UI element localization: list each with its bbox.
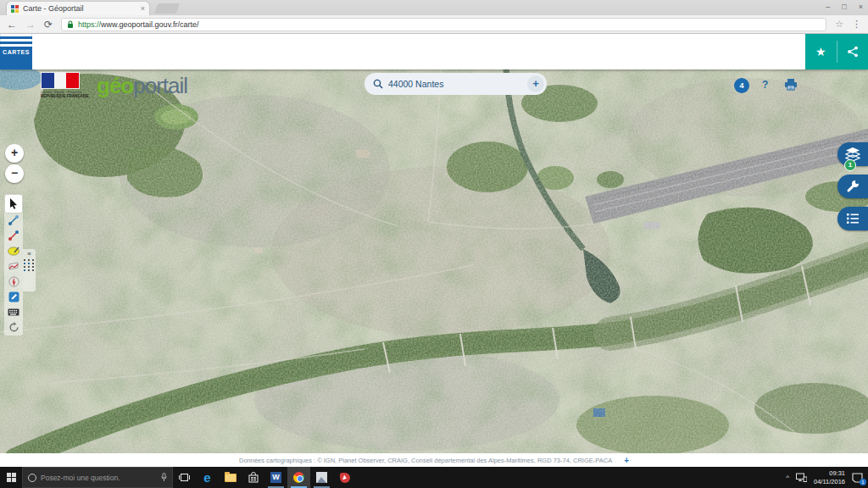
cartes-menu-button[interactable]: CARTES: [0, 34, 32, 69]
browser-tab-strip: Carte - Géoportail × – □ ×: [0, 0, 868, 15]
pencil-icon: [8, 291, 19, 302]
edge-icon: e: [203, 471, 210, 484]
zoom-out-button[interactable]: −: [5, 164, 24, 183]
area-tool-icon: [8, 246, 20, 256]
republique-francaise-logo: Liberté • Égalité • Fraternité RÉPUBLIQU…: [41, 72, 93, 98]
notifications-badge[interactable]: 4: [734, 78, 749, 93]
logo-portail: portail: [133, 73, 187, 98]
file-explorer-button[interactable]: [219, 467, 242, 488]
refresh-view-button[interactable]: [5, 319, 22, 335]
browser-toolbar: ← → ⟳ https://www.geoportail.gouv.fr/car…: [0, 15, 868, 34]
rotate-arrows-icon: [8, 322, 19, 333]
photos-icon: [316, 472, 327, 483]
add-search-button[interactable]: +: [527, 75, 544, 92]
photos-app-button[interactable]: [310, 467, 333, 488]
bookmark-star-icon[interactable]: ☆: [835, 19, 843, 30]
cortana-search-box[interactable]: Posez-moi une question.: [22, 467, 173, 488]
measure-azimuth-button[interactable]: [5, 228, 22, 243]
geoportail-logo[interactable]: géoportail: [97, 73, 187, 99]
profile-tool-icon: [8, 261, 19, 271]
taskbar-clock[interactable]: 09:31 04/11/2016: [814, 469, 845, 486]
task-view-icon: [179, 473, 190, 482]
header-actions: ★: [805, 34, 868, 69]
measure-area-button[interactable]: [5, 243, 22, 258]
satellite-imagery[interactable]: [0, 69, 868, 453]
store-bag-icon: [248, 472, 259, 483]
edge-button[interactable]: e: [196, 467, 219, 488]
cartes-label: CARTES: [0, 49, 32, 55]
compass-icon: [8, 276, 19, 287]
tray-expand-icon[interactable]: ^: [786, 474, 789, 481]
window-close-icon[interactable]: ×: [859, 3, 863, 11]
browser-menu-icon[interactable]: ⋮: [852, 19, 861, 30]
measure-distance-button[interactable]: [5, 213, 22, 228]
windows-store-button[interactable]: [242, 467, 264, 488]
task-view-button[interactable]: [173, 467, 196, 488]
compass-tool-button[interactable]: [5, 274, 22, 289]
https-lock-icon: [67, 20, 74, 29]
start-button[interactable]: [0, 467, 22, 488]
coordinates-tool-button[interactable]: [5, 304, 22, 319]
browser-tab[interactable]: Carte - Géoportail ×: [7, 2, 149, 15]
address-bar[interactable]: https://www.geoportail.gouv.fr/carte/: [61, 18, 826, 31]
logo-republic: RÉPUBLIQUE FRANÇAISE: [41, 94, 93, 98]
tab-title: Carte - Géoportail: [23, 4, 137, 13]
distance-tool-icon: [8, 214, 19, 226]
hamburger-icon: [0, 34, 32, 47]
active-layers-badge: 1: [844, 159, 856, 171]
remote-app-icon: [340, 473, 350, 483]
help-button[interactable]: ?: [762, 79, 768, 91]
chrome-icon: [293, 472, 304, 483]
expander-grid-icon: [23, 259, 36, 271]
zoom-in-button[interactable]: +: [5, 144, 24, 163]
wrench-icon: [846, 180, 860, 193]
cortana-placeholder: Posez-moi une question.: [41, 474, 157, 482]
toolbar-expander[interactable]: «: [23, 249, 36, 291]
geoportail-header: CARTES Liberté • Égalité • Fraternité RÉ…: [0, 34, 868, 69]
search-icon: [373, 79, 383, 89]
chrome-button[interactable]: [287, 467, 310, 488]
legend-list-button[interactable]: [837, 207, 868, 230]
remote-app-button[interactable]: [333, 467, 356, 488]
list-icon: [846, 213, 860, 225]
print-icon[interactable]: [784, 79, 798, 91]
forward-icon: →: [25, 19, 36, 30]
system-tray: ^ 09:31 04/11/2016 1: [786, 467, 868, 488]
reload-icon[interactable]: ⟳: [44, 19, 53, 30]
windows-logo-icon: [7, 473, 16, 482]
windows-taskbar: Posez-moi une question. e W: [0, 467, 868, 488]
microphone-icon[interactable]: [161, 473, 167, 482]
draw-annotate-button[interactable]: [5, 289, 22, 304]
attribution-expand-button[interactable]: +: [624, 456, 629, 465]
french-flag-icon: [41, 72, 80, 89]
share-button[interactable]: [837, 34, 868, 69]
search-bar[interactable]: +: [364, 73, 547, 95]
share-icon: [847, 46, 859, 58]
word-icon: W: [270, 472, 281, 483]
action-center-button[interactable]: 1: [852, 473, 863, 483]
attribution-text: Données cartographiques : © IGN, Planet …: [239, 457, 612, 464]
cortana-icon: [28, 474, 36, 482]
notification-count-badge: 1: [860, 479, 866, 485]
tools-button[interactable]: [837, 175, 868, 198]
network-icon[interactable]: [796, 473, 807, 482]
clock-time: 09:31: [814, 469, 845, 478]
window-minimize-icon[interactable]: –: [826, 3, 830, 11]
url-text: https://www.geoportail.gouv.fr/carte/: [78, 20, 198, 29]
word-button[interactable]: W: [264, 467, 287, 488]
search-input[interactable]: [388, 79, 527, 89]
new-tab-button[interactable]: [154, 3, 180, 14]
tab-close-icon[interactable]: ×: [141, 4, 145, 13]
back-icon[interactable]: ←: [7, 19, 17, 30]
collapse-chevrons-icon: «: [23, 249, 36, 259]
favorites-star-button[interactable]: ★: [805, 34, 837, 69]
map-viewport[interactable]: + −: [0, 69, 868, 453]
clock-date: 04/11/2016: [814, 478, 845, 486]
attribution-bar: Données cartographiques : © IGN, Planet …: [0, 453, 868, 467]
cursor-icon: [9, 198, 19, 209]
logo-geo: géo: [97, 73, 133, 98]
window-maximize-icon[interactable]: □: [842, 3, 846, 11]
geoportail-favicon: [11, 5, 19, 13]
elevation-profile-button[interactable]: [5, 258, 22, 274]
select-tool-button[interactable]: [5, 195, 22, 213]
